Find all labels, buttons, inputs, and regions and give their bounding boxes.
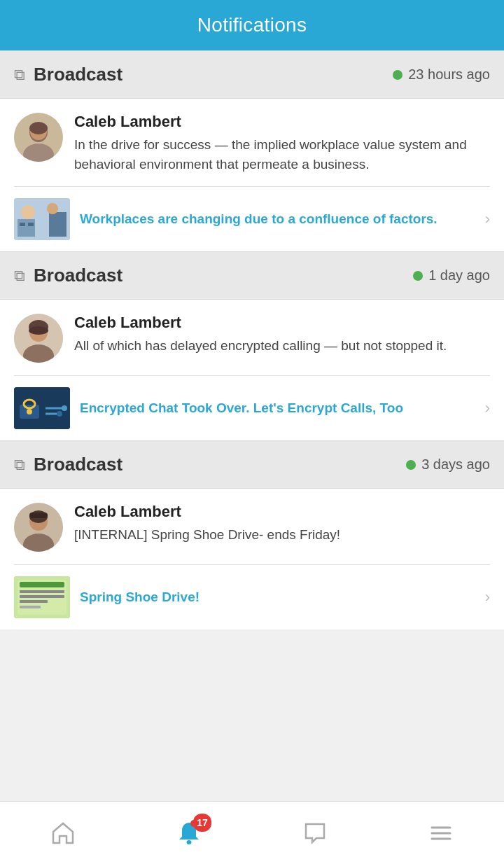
link-text-3: Spring Shoe Drive! (80, 588, 475, 607)
link-row-3[interactable]: Spring Shoe Drive! › (14, 564, 490, 629)
link-thumbnail-2 (14, 387, 70, 429)
broadcast-header-3: ⧉ Broadcast 3 days ago (0, 440, 504, 489)
svg-rect-29 (29, 513, 48, 518)
svg-rect-35 (20, 600, 48, 603)
link-row-2[interactable]: Encrypted Chat Took Over. Let's Encrypt … (14, 375, 490, 440)
notif-text-block-2: Caleb Lambert All of which has delayed e… (74, 314, 490, 356)
notifications-list: ⧉ Broadcast 23 hours ago Caleb Lambert I… (0, 50, 504, 692)
svg-rect-7 (49, 212, 66, 237)
link-thumbnail-1 (14, 198, 70, 240)
broadcast-time-3: 3 days ago (406, 457, 490, 473)
avatar-2 (14, 314, 63, 363)
svg-rect-36 (20, 606, 41, 608)
svg-rect-11 (28, 223, 34, 226)
nav-chat[interactable] (287, 812, 343, 854)
broadcast-label-2: Broadcast (34, 265, 122, 286)
chat-icon (302, 821, 328, 846)
nav-menu[interactable] (413, 812, 469, 854)
svg-rect-6 (18, 219, 35, 237)
notif-body-3: [INTERNAL] Spring Shoe Drive- ends Frida… (74, 525, 490, 545)
notification-card-3: Caleb Lambert [INTERNAL] Spring Shoe Dri… (0, 489, 504, 629)
author-name-3: Caleb Lambert (74, 503, 490, 521)
broadcast-header-1: ⧉ Broadcast 23 hours ago (0, 50, 504, 99)
thumb-encrypt-2 (14, 387, 70, 429)
status-dot-1 (393, 70, 402, 80)
broadcast-label-3: Broadcast (34, 454, 122, 475)
status-dot-3 (406, 460, 416, 470)
broadcast-icon-3: ⧉ (14, 457, 25, 473)
status-dot-2 (413, 271, 423, 281)
svg-point-24 (57, 411, 62, 417)
thumb-shoe-3 (14, 576, 70, 618)
author-name-1: Caleb Lambert (74, 113, 490, 131)
link-chevron-2: › (485, 399, 490, 417)
svg-point-16 (29, 326, 48, 335)
avatar-3 (14, 503, 63, 552)
page-title: Notifications (197, 14, 307, 36)
link-row-1[interactable]: Workplaces are changing due to a conflue… (14, 186, 490, 251)
thumb-workplace-1 (14, 198, 70, 240)
link-text-1: Workplaces are changing due to a conflue… (80, 210, 475, 229)
notification-card-2: Caleb Lambert All of which has delayed e… (0, 300, 504, 440)
broadcast-time-1: 23 hours ago (393, 67, 490, 83)
avatar-1 (14, 113, 63, 162)
notif-text-block-3: Caleb Lambert [INTERNAL] Spring Shoe Dri… (74, 503, 490, 545)
link-chevron-3: › (485, 588, 490, 606)
link-text-2: Encrypted Chat Took Over. Let's Encrypt … (80, 399, 475, 418)
broadcast-left-1: ⧉ Broadcast (14, 64, 122, 85)
home-icon (50, 821, 76, 846)
bottom-nav: 17 (0, 801, 504, 864)
notif-author-row-3: Caleb Lambert [INTERNAL] Spring Shoe Dri… (14, 503, 490, 562)
svg-point-37 (187, 840, 192, 844)
notif-body-2: All of which has delayed encrypted calli… (74, 336, 490, 356)
broadcast-timestamp-1: 23 hours ago (408, 67, 490, 83)
svg-point-9 (47, 203, 58, 214)
svg-point-4 (29, 122, 48, 134)
nav-home[interactable] (35, 812, 91, 854)
broadcast-header-2: ⧉ Broadcast 1 day ago (0, 251, 504, 300)
notification-card-1: Caleb Lambert In the drive for success —… (0, 99, 504, 251)
broadcast-label-1: Broadcast (34, 64, 122, 85)
broadcast-icon-2: ⧉ (14, 268, 25, 284)
nav-notifications[interactable]: 17 (161, 812, 217, 854)
svg-point-8 (21, 205, 35, 219)
menu-icon (428, 821, 454, 846)
author-name-2: Caleb Lambert (74, 314, 490, 332)
broadcast-left-3: ⧉ Broadcast (14, 454, 122, 475)
broadcast-icon-1: ⧉ (14, 67, 25, 83)
svg-rect-32 (20, 582, 64, 587)
notification-badge: 17 (193, 814, 211, 832)
broadcast-time-2: 1 day ago (413, 267, 490, 284)
broadcast-left-2: ⧉ Broadcast (14, 265, 122, 286)
link-chevron-1: › (485, 210, 490, 228)
notif-body-1: In the drive for success — the implied w… (74, 135, 490, 174)
notif-author-row-1: Caleb Lambert In the drive for success —… (14, 113, 490, 183)
svg-rect-33 (20, 590, 64, 593)
link-thumbnail-3 (14, 576, 70, 618)
broadcast-timestamp-2: 1 day ago (428, 267, 490, 284)
svg-point-20 (27, 409, 32, 414)
broadcast-timestamp-3: 3 days ago (421, 457, 490, 473)
svg-point-23 (62, 405, 67, 411)
notif-author-row-2: Caleb Lambert All of which has delayed e… (14, 314, 490, 372)
svg-rect-34 (20, 595, 64, 598)
app-header: Notifications (0, 0, 504, 50)
svg-rect-10 (20, 223, 25, 226)
notif-text-block-1: Caleb Lambert In the drive for success —… (74, 113, 490, 174)
